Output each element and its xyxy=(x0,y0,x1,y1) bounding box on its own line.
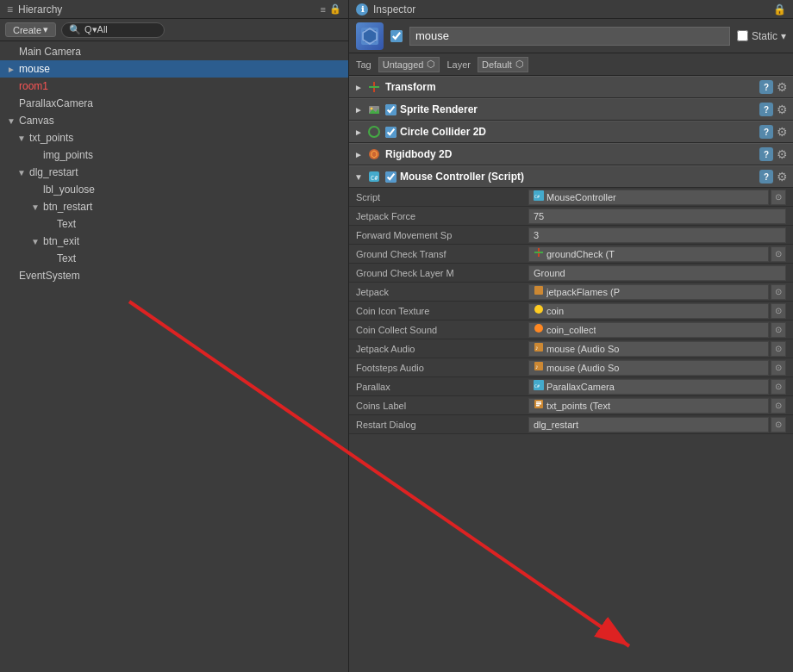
prop-label-4: Ground Check Layer M xyxy=(356,268,528,278)
static-dropdown-icon[interactable]: ▾ xyxy=(781,30,786,42)
prop-value-10[interactable]: C#ParallaxCamera xyxy=(528,379,769,395)
prop-text-7: coin_collect xyxy=(546,325,596,335)
prop-value-3[interactable]: groundCheck (T xyxy=(528,246,769,262)
hierarchy-item-parallax-camera[interactable]: ParallaxCamera xyxy=(0,95,348,112)
hierarchy-options-icon[interactable]: ≡ xyxy=(321,4,326,15)
tag-label: Tag xyxy=(356,59,372,70)
hierarchy-item-btn-exit-text[interactable]: Text xyxy=(0,250,348,267)
prop-text-12: dlg_restart xyxy=(534,420,578,430)
component-help-sprite-renderer[interactable]: ? xyxy=(759,103,773,116)
hierarchy-item-dlg-restart[interactable]: dlg_restart xyxy=(0,164,348,181)
component-header-rigidbody[interactable]: ►Rigidbody 2D?⚙ xyxy=(349,143,793,165)
tree-label-btn-restart: btn_restart xyxy=(43,201,92,213)
component-gear-rigidbody[interactable]: ⚙ xyxy=(777,147,788,161)
property-row-3: Ground Check TransfgroundCheck (T⊙ xyxy=(349,245,793,264)
component-icon-mouse-controller: C# xyxy=(366,169,382,184)
prop-value-2[interactable]: 3 xyxy=(528,227,786,243)
prop-target-btn-5[interactable]: ⊙ xyxy=(771,284,786,300)
prop-value-4[interactable]: Ground xyxy=(528,265,786,281)
svg-rect-1 xyxy=(364,30,376,42)
prop-target-btn-3[interactable]: ⊙ xyxy=(771,246,786,262)
prop-target-btn-8[interactable]: ⊙ xyxy=(771,341,786,357)
hierarchy-item-btn-exit[interactable]: btn_exit xyxy=(0,233,348,250)
prop-text-9: mouse (Audio So xyxy=(546,363,619,373)
search-box[interactable]: 🔍 Q▾All xyxy=(61,22,165,38)
hierarchy-lock-icon[interactable]: 🔒 xyxy=(329,3,341,15)
prop-value-icon-10: C# xyxy=(534,380,544,393)
component-checkbox-sprite-renderer[interactable] xyxy=(385,104,396,115)
hierarchy-item-txt-points[interactable]: txt_points xyxy=(0,129,348,146)
prop-target-btn-10[interactable]: ⊙ xyxy=(771,379,786,395)
component-header-mouse-controller[interactable]: ▼C#Mouse Controller (Script)?⚙ xyxy=(349,165,793,188)
prop-value-icon-11 xyxy=(534,399,544,412)
hierarchy-item-mouse[interactable]: mouse xyxy=(0,60,348,78)
hierarchy-toolbar: Create ▾ 🔍 Q▾All xyxy=(0,19,348,41)
object-active-checkbox[interactable] xyxy=(390,30,403,42)
prop-text-5: jetpackFlames (P xyxy=(546,287,620,297)
hierarchy-item-img-points[interactable]: img_points xyxy=(0,146,348,164)
property-row-2: Forward Movement Sp3 xyxy=(349,226,793,245)
component-arrow-transform: ► xyxy=(354,83,363,92)
prop-text-11: txt_points (Text xyxy=(546,401,610,411)
component-gear-mouse-controller[interactable]: ⚙ xyxy=(777,170,788,184)
prop-value-7[interactable]: coin_collect xyxy=(528,322,769,338)
component-checkbox-mouse-controller[interactable] xyxy=(385,171,396,183)
component-help-transform[interactable]: ? xyxy=(759,80,773,94)
hierarchy-panel: ≡ Hierarchy ≡ 🔒 Create ▾ 🔍 Q▾All Main Ca… xyxy=(0,0,349,672)
prop-value-12[interactable]: dlg_restart xyxy=(528,417,769,432)
tag-layer-row: Tag Untagged ⬡ Layer Default ⬡ xyxy=(349,53,793,76)
component-help-rigidbody[interactable]: ? xyxy=(759,147,773,161)
tag-dropdown[interactable]: Untagged ⬡ xyxy=(378,57,440,72)
hierarchy-item-room1[interactable]: room1 xyxy=(0,78,348,95)
component-gear-circle-collider[interactable]: ⚙ xyxy=(777,125,788,139)
hierarchy-item-canvas[interactable]: Canvas xyxy=(0,112,348,129)
inspector-lock-icon[interactable]: 🔒 xyxy=(773,3,786,16)
tree-label-event-system: EventSystem xyxy=(19,270,80,282)
prop-target-btn-11[interactable]: ⊙ xyxy=(771,398,786,414)
prop-value-11[interactable]: txt_points (Text xyxy=(528,398,769,414)
tree-arrow-dlg-restart xyxy=(17,168,28,177)
prop-value-8[interactable]: ♪mouse (Audio So xyxy=(528,341,769,357)
create-button[interactable]: Create ▾ xyxy=(5,22,56,37)
prop-target-btn-0[interactable]: ⊙ xyxy=(771,190,786,205)
hierarchy-item-lbl-youlose[interactable]: lbl_youlose xyxy=(0,181,348,198)
property-row-11: Coins Labeltxt_points (Text⊙ xyxy=(349,396,793,415)
component-checkbox-circle-collider[interactable] xyxy=(385,127,396,138)
object-name-input[interactable] xyxy=(409,27,730,46)
component-help-mouse-controller[interactable]: ? xyxy=(759,170,773,184)
prop-value-1[interactable]: 75 xyxy=(528,208,786,224)
tree-label-mouse: mouse xyxy=(19,63,50,75)
static-checkbox[interactable] xyxy=(737,30,748,41)
component-header-circle-collider[interactable]: ►Circle Collider 2D?⚙ xyxy=(349,121,793,143)
object-icon xyxy=(356,22,384,50)
component-gear-sprite-renderer[interactable]: ⚙ xyxy=(777,103,788,116)
prop-target-btn-7[interactable]: ⊙ xyxy=(771,322,786,338)
prop-value-icon-7 xyxy=(534,323,544,336)
hierarchy-menu-icon[interactable]: ≡ xyxy=(7,3,13,16)
prop-value-5[interactable]: jetpackFlames (P xyxy=(528,284,769,300)
tree-label-btn-exit-text: Text xyxy=(57,252,76,264)
prop-value-6[interactable]: coin xyxy=(528,303,769,319)
component-header-transform[interactable]: ►Transform?⚙ xyxy=(349,76,793,98)
prop-text-8: mouse (Audio So xyxy=(546,344,619,354)
layer-dropdown[interactable]: Default ⬡ xyxy=(478,57,528,72)
tree-label-lbl-youlose: lbl_youlose xyxy=(43,184,95,196)
prop-target-btn-12[interactable]: ⊙ xyxy=(771,417,786,432)
component-help-circle-collider[interactable]: ? xyxy=(759,125,773,139)
hierarchy-item-event-system[interactable]: EventSystem xyxy=(0,267,348,284)
hierarchy-item-main-camera[interactable]: Main Camera xyxy=(0,43,348,60)
hierarchy-item-btn-restart-text[interactable]: Text xyxy=(0,215,348,233)
prop-value-9[interactable]: ♪mouse (Audio So xyxy=(528,360,769,376)
static-row: Static ▾ xyxy=(737,30,786,42)
prop-target-btn-9[interactable]: ⊙ xyxy=(771,360,786,376)
component-gear-transform[interactable]: ⚙ xyxy=(777,80,788,94)
hierarchy-item-btn-restart[interactable]: btn_restart xyxy=(0,198,348,215)
tag-value: Untagged xyxy=(383,59,424,70)
property-row-12: Restart Dialogdlg_restart⊙ xyxy=(349,415,793,434)
svg-point-8 xyxy=(369,127,379,137)
component-title-sprite-renderer: Sprite Renderer xyxy=(400,103,756,115)
prop-label-3: Ground Check Transf xyxy=(356,249,528,259)
prop-target-btn-6[interactable]: ⊙ xyxy=(771,303,786,319)
component-header-sprite-renderer[interactable]: ►Sprite Renderer?⚙ xyxy=(349,98,793,121)
prop-value-0[interactable]: C#MouseController xyxy=(528,190,769,205)
